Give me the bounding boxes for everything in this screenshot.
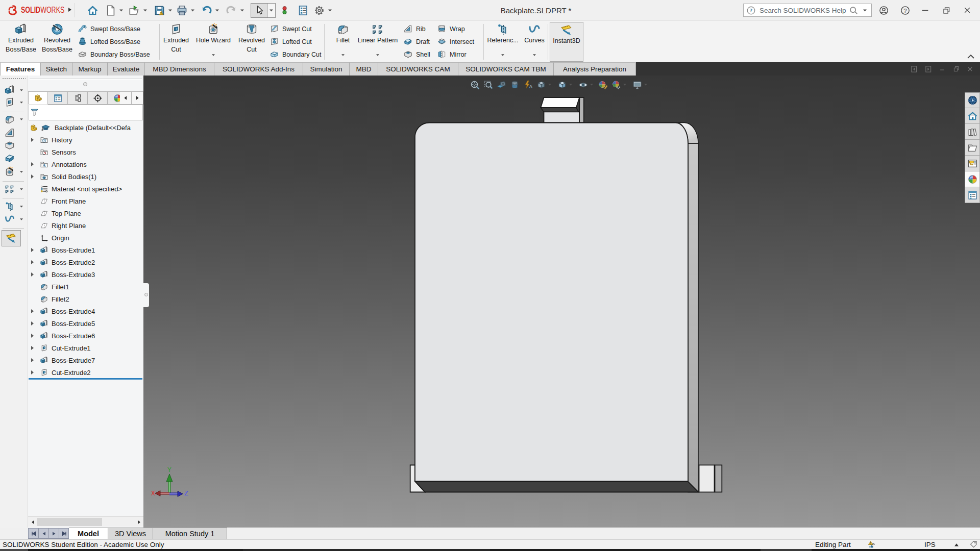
save-button[interactable] <box>153 2 166 18</box>
ribbon-wrap-button[interactable]: Wrap <box>437 22 465 35</box>
side-extruded-cut-button[interactable] <box>4 97 15 108</box>
search-icon[interactable] <box>849 6 859 15</box>
units-dropdown-icon[interactable] <box>954 543 959 547</box>
tab-mbd[interactable]: MBD <box>350 62 378 76</box>
scroll-right-icon[interactable] <box>135 518 143 526</box>
tree-item-origin[interactable]: Origin <box>28 232 143 244</box>
tree-item-boss-extrude2[interactable]: Boss-Extrude2 <box>28 256 143 268</box>
select-button[interactable] <box>251 3 267 18</box>
ribbon-extruded-boss-base-button[interactable]: ExtrudedBoss/Base <box>1 22 41 62</box>
tab-features[interactable]: Features <box>0 62 41 76</box>
tab-solidworks-add-ins[interactable]: SOLIDWORKS Add-Ins <box>214 62 303 76</box>
ribbon-swept-cut-button[interactable]: Swept Cut <box>270 22 312 35</box>
doc-tab-3d-views[interactable]: 3D Views <box>108 528 153 539</box>
expand-arrow-icon[interactable] <box>30 321 35 326</box>
expand-arrow-icon[interactable] <box>30 137 35 142</box>
hud-zoom-to-area-button[interactable] <box>481 77 495 92</box>
expand-arrow-icon[interactable] <box>30 260 35 265</box>
tree-horizontal-scrollbar[interactable] <box>28 516 143 527</box>
tree-item-boss-extrude5[interactable]: Boss-Extrude5 <box>28 317 143 330</box>
close-button[interactable] <box>963 6 971 14</box>
tree-item-boss-extrude4[interactable]: Boss-Extrude4 <box>28 305 143 317</box>
tab-mbd-dimensions[interactable]: MBD Dimensions <box>145 62 214 76</box>
panel-tab-dimxpertmanager[interactable] <box>88 91 108 105</box>
side-curves-button[interactable] <box>4 214 15 225</box>
tab-simulation[interactable]: Simulation <box>303 62 350 76</box>
hud-hide-show-items-button[interactable] <box>576 77 590 92</box>
toolbar-drag-handle[interactable] <box>2 78 26 80</box>
backplate-3d-part[interactable] <box>403 94 730 497</box>
print-button[interactable] <box>175 2 188 18</box>
hud-dynamic-annotation-views-button[interactable]: A <box>521 77 534 92</box>
side-draft-button[interactable] <box>4 153 15 164</box>
ribbon-shell-button[interactable]: Shell <box>403 48 430 61</box>
hud-view-orientation-button[interactable] <box>534 77 548 92</box>
next-window-icon[interactable] <box>925 65 933 73</box>
hud-edit-appearance-button[interactable] <box>596 77 609 92</box>
panel-tab-featuremanager[interactable] <box>28 91 48 105</box>
hud-zoom-to-fit-button[interactable] <box>468 77 481 92</box>
ribbon-swept-boss-base-button[interactable]: Swept Boss/Base <box>78 22 140 35</box>
ribbon-curves-button[interactable]: Curves <box>522 22 547 62</box>
taskpane-file-explorer-tab[interactable] <box>965 140 980 156</box>
tree-item-cut-extrude1[interactable]: Cut-Extrude1 <box>28 342 143 354</box>
ribbon-rib-button[interactable]: Rib <box>403 22 426 35</box>
doc-tab-motion-study-1[interactable]: Motion Study 1 <box>153 528 227 539</box>
graphics-viewport[interactable]: A Y X Z <box>143 76 980 528</box>
file-properties-button[interactable] <box>296 2 309 18</box>
restore-document-icon[interactable] <box>953 65 960 72</box>
taskpane-view-palette-tab[interactable] <box>965 156 980 171</box>
undo-button[interactable] <box>200 2 213 18</box>
expand-arrow-icon[interactable] <box>30 162 35 167</box>
tree-item-fillet1[interactable]: Fillet1 <box>28 281 143 293</box>
hud-apply-scene-button[interactable] <box>609 77 623 92</box>
hud-section-view-button[interactable] <box>508 77 521 92</box>
panel-tab-configurationmanager[interactable] <box>68 91 88 105</box>
ribbon-instant3d-button[interactable]: Instant3D <box>550 22 583 62</box>
side-reference-geometry-dropdown-icon[interactable] <box>19 205 23 208</box>
ribbon-revolved-boss-base-button[interactable]: RevolvedBoss/Base <box>37 22 78 62</box>
home-button[interactable] <box>86 2 99 18</box>
hud-apply-scene-dropdown-icon[interactable] <box>623 83 628 86</box>
redo-dropdown-icon[interactable] <box>238 2 246 18</box>
options-button[interactable] <box>312 2 326 18</box>
hud-view-orientation-dropdown-icon[interactable] <box>548 83 553 86</box>
options-dropdown-icon[interactable] <box>326 2 334 18</box>
side-rib-button[interactable] <box>4 127 15 138</box>
prev-window-icon[interactable] <box>911 65 918 73</box>
tree-item-boss-extrude1[interactable]: Boss-Extrude1 <box>28 244 143 256</box>
expand-arrow-icon[interactable] <box>30 247 35 253</box>
print-dropdown-icon[interactable] <box>188 2 197 18</box>
tree-item-history[interactable]: History <box>28 134 143 146</box>
close-document-icon[interactable] <box>967 66 973 72</box>
ribbon-extruded-cut-button[interactable]: ExtrudedCut <box>157 22 195 62</box>
ribbon-draft-button[interactable]: Draft <box>403 35 430 48</box>
tree-item-boss-extrude3[interactable]: Boss-Extrude3 <box>28 268 143 281</box>
ribbon-hole-wizard-button[interactable]: Hole Wizard <box>194 22 233 62</box>
expand-arrow-icon[interactable] <box>30 358 35 363</box>
go-next-icon[interactable] <box>48 528 59 539</box>
ribbon-linear-pattern-button[interactable]: Linear Pattern <box>354 22 401 62</box>
minimize-document-icon[interactable] <box>939 65 946 72</box>
ribbon-lofted-cut-button[interactable]: Lofted Cut <box>270 35 312 48</box>
expand-arrow-icon[interactable] <box>30 174 35 179</box>
side-hole-wizard-button[interactable] <box>4 166 15 178</box>
tree-item-solid-bodies-1-[interactable]: Solid Bodies(1) <box>28 170 143 183</box>
rollback-bar[interactable] <box>29 378 142 380</box>
new-document-dropdown-icon[interactable] <box>117 2 125 18</box>
taskpane-custom-properties-tab[interactable] <box>965 187 980 203</box>
tree-item-sensors[interactable]: Sensors <box>28 146 143 158</box>
tree-item-boss-extrude7[interactable]: Boss-Extrude7 <box>28 354 143 366</box>
hud-hide-show-items-dropdown-icon[interactable] <box>590 83 595 86</box>
help-button[interactable]: ? <box>900 6 910 15</box>
tree-item-annotations[interactable]: A Annotations <box>28 158 143 170</box>
expand-arrow-icon[interactable] <box>30 370 35 375</box>
hud-previous-view-button[interactable] <box>495 77 508 92</box>
side-shell-button[interactable] <box>4 140 15 151</box>
taskpane-home-tab[interactable] <box>965 108 980 124</box>
expand-arrow-icon[interactable] <box>30 309 35 314</box>
panel-collapse-knob[interactable] <box>83 82 87 86</box>
go-first-icon[interactable] <box>28 528 38 539</box>
side-linear-pattern-button[interactable] <box>4 184 15 195</box>
account-button[interactable] <box>879 6 889 15</box>
